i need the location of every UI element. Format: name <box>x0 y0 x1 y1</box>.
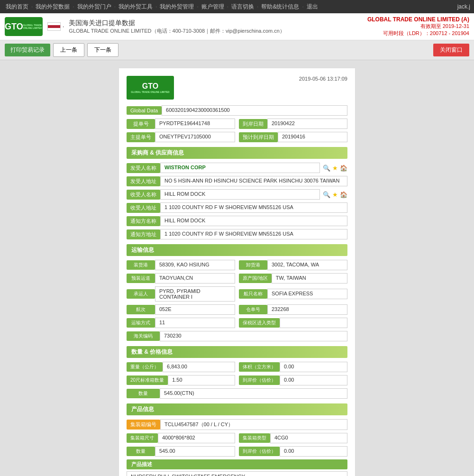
teu-value: 1.50 <box>168 375 235 385</box>
teu-col: 20尺标准箱数量 1.50 <box>127 375 235 385</box>
load-port-value: 58309, KAO HSIUNG <box>155 260 235 270</box>
consignee-name-value: WISTRON CORP <box>160 163 320 173</box>
header: GTO GLOBAL TRADE ONLINE LIMITED · 美国海关进口… <box>0 13 474 40</box>
voyage-value: 052E <box>155 304 235 315</box>
arrival-price-col: 到岸价（估价） 0.00 <box>239 375 347 385</box>
nav-logout[interactable]: 退出 <box>307 3 318 11</box>
nav-tools[interactable]: 我的外贸工具 <box>118 3 153 11</box>
print-button[interactable]: 打印贸易记录 <box>5 44 50 56</box>
ldr-info: 可用时段（LDR）：200712 - 201904 <box>367 30 469 37</box>
est-arrival-col: 预计到岸日期 20190416 <box>239 132 347 142</box>
doc-logo-text: GTO <box>142 82 158 91</box>
consignee-home-icon[interactable]: 🏠 <box>340 165 347 172</box>
receiver-search-icon[interactable]: 🔍 <box>323 191 330 198</box>
est-arrival-value: 20190416 <box>278 132 347 142</box>
receiver-name-row: 收受人名称 HILL ROM DOCK 🔍 ★ 🏠 <box>127 189 347 200</box>
product-container-no-value: TCLU4547587（00 / L / CY） <box>160 419 347 430</box>
carrier-value: PYRD, PYRAMID CONTAINER I <box>155 286 235 302</box>
product-qty-label: 数量 <box>127 447 155 456</box>
discharge-port-value: 3002, TACOMA, WA <box>267 260 347 270</box>
nav-home[interactable]: 我的首页 <box>6 3 28 11</box>
container-type-value: 4CG0 <box>270 433 347 443</box>
flag-separator: · <box>63 23 64 30</box>
receiver-name-label: 收受人名称 <box>127 190 160 200</box>
origin-label: 原产国/地区 <box>239 274 272 283</box>
consignee-search-icon[interactable]: 🔍 <box>323 165 330 172</box>
consignee-addr-label: 发受人地址 <box>127 176 160 186</box>
vessel-value: SOFIA EXPRESS <box>267 289 347 299</box>
close-button[interactable]: 关闭窗口 <box>433 44 469 56</box>
supplier-section-header: 采购商 & 供应商信息 <box>127 147 347 159</box>
receiver-addr-label: 收受人地址 <box>127 203 160 213</box>
origin-col: 原产国/地区 TW, TAIWAN <box>239 273 347 284</box>
notify-name-value: HILL ROM DOCK <box>160 216 347 226</box>
bonded-value <box>280 318 347 328</box>
transport-label: 运输方式 <box>127 318 155 328</box>
bill-no-label: 提单号 <box>127 119 155 129</box>
est-arrival-label: 预计到岸日期 <box>239 132 278 142</box>
product-price-col: 到岸价（估价） 0.00 <box>239 446 347 457</box>
nav-language[interactable]: 语言切换 <box>231 3 254 11</box>
vessel-label: 船只名称 <box>239 289 267 299</box>
product-desc-value: NURSERY PULL SWITCH;STAFF EMERGENCY <box>127 471 347 476</box>
global-data-label: Global Data <box>127 106 162 115</box>
receiver-home-icon[interactable]: 🏠 <box>340 191 347 198</box>
volume-value: 0.00 <box>280 362 347 372</box>
container-size-col: 集装箱尺寸 4000*806*802 <box>127 433 235 443</box>
doc-datetime: 2019-05-06 13:17:09 <box>299 76 347 82</box>
next-button[interactable]: 下一条 <box>87 43 118 57</box>
top-toolbar: 打印贸易记录 上一条 下一条 关闭窗口 <box>0 40 474 60</box>
receiver-name-value: HILL ROM DOCK <box>160 189 320 200</box>
voyage-container-row: 航次 052E 仓单号 232268 <box>127 304 347 315</box>
master-bill-label: 主提单号 <box>127 132 155 142</box>
weight-col: 重量（公斤） 6,843.00 <box>127 362 235 372</box>
doc-logo-sub: GLOBAL TRADE ONLINE LIMITED <box>131 91 169 93</box>
discharge-port-label: 卸货港 <box>239 260 267 270</box>
nav-help[interactable]: 帮助&统计信息 <box>261 3 299 11</box>
bonded-label: 保税区进入类型 <box>239 318 280 328</box>
transport-value: 11 <box>155 318 235 328</box>
qty-row: 数量 545.00(CTN) <box>127 388 347 399</box>
volume-label: 体积（立方米） <box>239 362 280 372</box>
nav-menu[interactable]: 我的首页 · 我的外贸数据 · 我的外贸门户 · 我的外贸工具 · 我的外贸管理… <box>4 3 320 11</box>
weight-volume-row: 重量（公斤） 6,843.00 体积（立方米） 0.00 <box>127 362 347 372</box>
bill-no-value: PYRDTPE196441748 <box>155 119 235 129</box>
master-bill-col: 主提单号 ONEYTPEV17105000 <box>127 132 235 142</box>
transport-col: 运输方式 11 <box>127 318 235 328</box>
route-origin-row: 预装运道 TAOYUAN,CN 原产国/地区 TW, TAIWAN <box>127 273 347 284</box>
volume-col: 体积（立方米） 0.00 <box>239 362 347 372</box>
customs-value: 730230 <box>160 331 347 341</box>
consignee-star-icon[interactable]: ★ <box>332 165 338 172</box>
main-content-area: GTO GLOBAL TRADE ONLINE LIMITED 2019-05-… <box>0 60 474 476</box>
nav-user: jack.j <box>457 3 470 10</box>
ports-row: 装货港 58309, KAO HSIUNG 卸货港 3002, TACOMA, … <box>127 260 347 270</box>
receiver-icons: 🔍 ★ 🏠 <box>323 191 347 198</box>
document-content: GTO GLOBAL TRADE ONLINE LIMITED 2019-05-… <box>118 68 356 476</box>
logo-subtext: GLOBAL TRADE ONLINE LIMITED <box>23 24 43 29</box>
logo-text: GTO <box>5 22 23 32</box>
nav-management[interactable]: 我的外贸管理 <box>160 3 194 11</box>
logo: GTO GLOBAL TRADE ONLINE LIMITED <box>5 17 43 36</box>
consignee-addr-value: NO 5 HSIN-ANN RD HSINCHU SCIENCE PARK HS… <box>160 176 347 186</box>
receiver-addr-value: 1 1020 COUNTY RD F W SHOREVIEW MN55126 U… <box>160 202 347 213</box>
notify-addr-value: 1 1020 COUNTY RD F W SHOREVIEW MN55126 U… <box>160 229 347 239</box>
flag-selector[interactable]: · <box>47 22 64 31</box>
consignee-name-label: 发受人名称 <box>127 163 160 173</box>
prev-button[interactable]: 上一条 <box>53 43 84 57</box>
logo-image: GTO GLOBAL TRADE ONLINE LIMITED <box>5 17 43 36</box>
receiver-star-icon[interactable]: ★ <box>332 191 338 198</box>
nav-portal[interactable]: 我的外贸门户 <box>77 3 111 11</box>
nav-trade-data[interactable]: 我的外贸数据 <box>36 3 70 11</box>
container-no-col: 仓单号 232268 <box>239 304 347 315</box>
master-est-row: 主提单号 ONEYTPEV17105000 预计到岸日期 20190416 <box>127 132 347 142</box>
notify-name-row: 通知方名称 HILL ROM DOCK <box>127 216 347 226</box>
carrier-label: 承运人 <box>127 289 155 299</box>
product-qty-price-row: 数量 545.00 到岸价（估价） 0.00 <box>127 446 347 457</box>
doc-logo: GTO GLOBAL TRADE ONLINE LIMITED <box>127 76 174 100</box>
transport-bonded-row: 运输方式 11 保税区进入类型 <box>127 318 347 328</box>
nav-account[interactable]: 账户管理 <box>201 3 224 11</box>
teu-price-row: 20尺标准箱数量 1.50 到岸价（估价） 0.00 <box>127 375 347 385</box>
header-left: GTO GLOBAL TRADE ONLINE LIMITED · 美国海关进口… <box>5 17 285 36</box>
notify-name-label: 通知方名称 <box>127 216 160 226</box>
customs-label: 海关编码 <box>127 331 160 341</box>
